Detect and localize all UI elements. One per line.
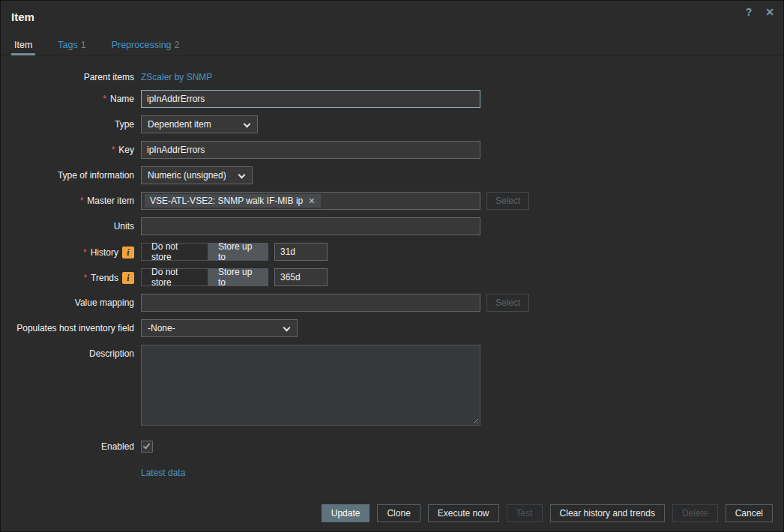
tab-item-label: Item xyxy=(14,40,32,50)
delete-button: Delete xyxy=(672,504,718,522)
parent-items-row: Parent items ZScaler by SNMP xyxy=(1,68,783,82)
type-of-information-value: Numeric (unsigned) xyxy=(148,170,226,181)
type-of-information-row: Type of information Numeric (unsigned) xyxy=(1,166,783,184)
test-button: Test xyxy=(507,504,543,522)
enabled-checkbox[interactable] xyxy=(141,441,153,453)
type-select-value: Dependent item xyxy=(148,119,211,130)
master-item-row: * Master item VSE-ATL-VSE2: SNMP walk IF… xyxy=(1,192,783,210)
description-textarea[interactable] xyxy=(141,345,480,426)
enabled-row: Enabled xyxy=(1,438,783,453)
type-label: Type xyxy=(1,115,141,130)
info-icon[interactable]: i xyxy=(122,272,134,284)
tab-tags[interactable]: Tags1 xyxy=(55,40,88,55)
inventory-field-select[interactable]: -None- xyxy=(141,319,298,337)
inventory-field-value: -None- xyxy=(148,323,175,333)
dialog-title: Item xyxy=(1,1,783,23)
parent-items-label: Parent items xyxy=(1,68,141,82)
required-marker: * xyxy=(80,196,84,206)
master-item-multiselect[interactable]: VSE-ATL-VSE2: SNMP walk IF-MIB ip ✕ xyxy=(141,192,480,210)
master-item-chip: VSE-ATL-VSE2: SNMP walk IF-MIB ip ✕ xyxy=(145,194,321,208)
item-form: Parent items ZScaler by SNMP * Name Type… xyxy=(1,56,783,482)
parent-items-link[interactable]: ZScaler by SNMP xyxy=(141,68,212,82)
name-row: * Name xyxy=(1,90,783,108)
info-icon[interactable]: i xyxy=(122,247,134,259)
execute-now-button[interactable]: Execute now xyxy=(428,504,499,522)
master-item-select-button[interactable]: Select xyxy=(486,192,529,210)
footer-button-bar: Update Clone Execute now Test Clear hist… xyxy=(322,504,773,522)
key-row: * Key xyxy=(1,141,783,159)
units-label: Units xyxy=(1,217,141,232)
description-wrap xyxy=(141,345,480,428)
chevron-down-icon xyxy=(244,121,251,128)
trends-label: * Trends i xyxy=(1,268,141,284)
enabled-label: Enabled xyxy=(1,438,141,452)
key-input[interactable] xyxy=(141,141,480,159)
checkmark-icon xyxy=(143,441,151,449)
chevron-down-icon xyxy=(238,172,246,179)
name-input[interactable] xyxy=(141,90,480,108)
history-row: * History i Do not store Store up to xyxy=(1,243,783,261)
value-mapping-label: Value mapping xyxy=(1,294,141,308)
update-button[interactable]: Update xyxy=(322,504,370,522)
chip-remove-icon[interactable]: ✕ xyxy=(308,195,315,207)
tab-item[interactable]: Item xyxy=(11,40,35,55)
trends-do-not-store-button[interactable]: Do not store xyxy=(141,268,208,286)
history-label: * History i xyxy=(1,243,141,259)
history-do-not-store-button[interactable]: Do not store xyxy=(141,243,208,261)
chevron-down-icon xyxy=(283,324,291,332)
master-item-label: * Master item xyxy=(1,192,141,206)
history-store-up-to-button[interactable]: Store up to xyxy=(208,243,268,261)
trends-row: * Trends i Do not store Store up to xyxy=(1,268,783,286)
item-dialog: Item ? ✕ Item Tags1 Preprocessing2 Paren… xyxy=(0,0,784,532)
history-storage-toggle: Do not store Store up to xyxy=(141,243,268,261)
dialog-header-icons: ? ✕ xyxy=(743,6,776,18)
type-of-information-label: Type of information xyxy=(1,166,141,181)
trends-store-up-to-button[interactable]: Store up to xyxy=(208,268,268,286)
tab-preprocessing-count: 2 xyxy=(175,40,180,50)
inventory-field-row: Populates host inventory field -None- xyxy=(1,319,783,337)
units-input[interactable] xyxy=(141,217,480,235)
type-of-information-select[interactable]: Numeric (unsigned) xyxy=(141,166,253,184)
units-row: Units xyxy=(1,217,783,235)
cancel-button[interactable]: Cancel xyxy=(726,504,773,522)
clear-history-and-trends-button[interactable]: Clear history and trends xyxy=(550,504,665,522)
required-marker: * xyxy=(83,247,87,258)
description-row: Description xyxy=(1,345,783,428)
trends-period-input[interactable] xyxy=(274,268,328,286)
inventory-field-label: Populates host inventory field xyxy=(1,319,141,333)
value-mapping-select-button[interactable]: Select xyxy=(486,294,529,312)
help-icon[interactable]: ? xyxy=(743,6,755,18)
trends-storage-toggle: Do not store Store up to xyxy=(141,268,268,286)
history-period-input[interactable] xyxy=(274,243,328,261)
name-label: * Name xyxy=(1,90,141,104)
required-marker: * xyxy=(112,145,115,155)
latest-data-link[interactable]: Latest data xyxy=(141,468,185,478)
close-icon[interactable]: ✕ xyxy=(764,6,776,18)
tab-tags-label: Tags xyxy=(58,40,77,50)
required-marker: * xyxy=(103,94,106,104)
value-mapping-input[interactable] xyxy=(141,294,480,312)
tab-preprocessing[interactable]: Preprocessing2 xyxy=(109,40,183,55)
description-label: Description xyxy=(1,345,141,359)
type-select[interactable]: Dependent item xyxy=(141,115,258,133)
latest-data-row: Latest data xyxy=(1,468,783,482)
value-mapping-row: Value mapping Select xyxy=(1,294,783,312)
key-label: * Key xyxy=(1,141,141,155)
tab-tags-count: 1 xyxy=(81,40,86,50)
clone-button[interactable]: Clone xyxy=(377,504,420,522)
type-row: Type Dependent item xyxy=(1,115,783,133)
master-item-chip-text: VSE-ATL-VSE2: SNMP walk IF-MIB ip xyxy=(150,195,303,207)
tab-preprocessing-label: Preprocessing xyxy=(112,40,172,50)
required-marker: * xyxy=(83,273,87,283)
tab-bar: Item Tags1 Preprocessing2 xyxy=(1,40,783,56)
